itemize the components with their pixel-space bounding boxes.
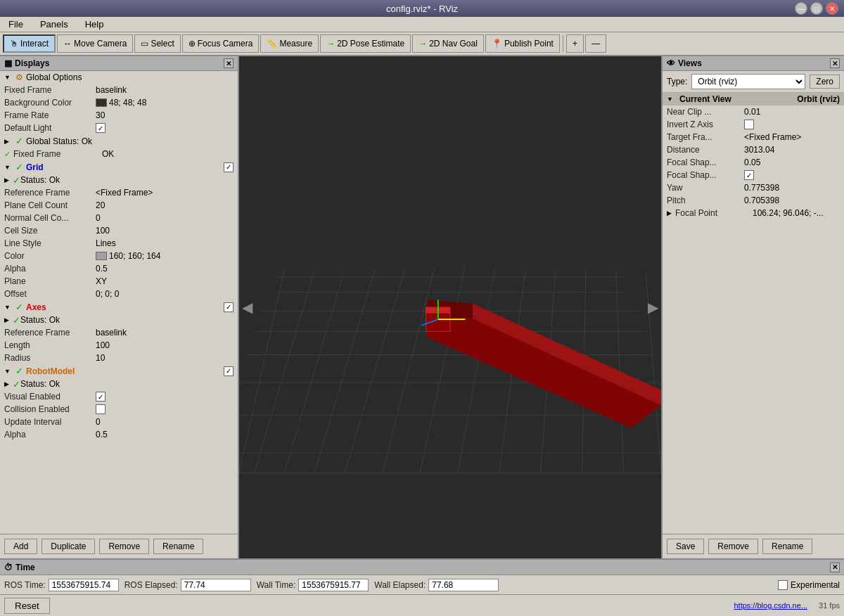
close-button[interactable]: ✕: [826, 2, 838, 15]
ros-time-field: ROS Time: 1553675915.74: [4, 579, 119, 591]
views-header: 👁 Views ✕: [663, 56, 844, 71]
experimental-checkbox[interactable]: [778, 580, 788, 590]
nav-goal-button[interactable]: → 2D Nav Goal: [412, 34, 484, 53]
maximize-button[interactable]: □: [810, 2, 823, 15]
remove-button[interactable]: Remove: [99, 539, 149, 554]
default-light-row[interactable]: Default Light: [0, 122, 238, 134]
global-options-header[interactable]: ▼ ⚙ Global Options: [0, 71, 238, 84]
publish-point-button[interactable]: 📍 Publish Point: [485, 34, 560, 53]
bg-color-val: 48; 48; 48: [109, 98, 146, 108]
displays-close-button[interactable]: ✕: [224, 58, 234, 68]
focus-camera-button[interactable]: ⊕ Focus Camera: [182, 34, 260, 53]
select-icon: ▭: [141, 39, 148, 49]
reset-button[interactable]: Reset: [4, 598, 50, 614]
robot-collision-row[interactable]: Collision Enabled: [0, 403, 238, 416]
grid-header[interactable]: ▼ ✓ Grid: [0, 160, 238, 174]
views-save-button[interactable]: Save: [667, 539, 704, 554]
frame-rate-row[interactable]: Frame Rate 30: [0, 109, 238, 122]
views-near-clip-row[interactable]: Near Clip ... 0.01: [663, 105, 844, 118]
blog-link[interactable]: https://blog.csdn.ne...: [734, 601, 807, 610]
robot-alpha-row[interactable]: Alpha 0.5: [0, 428, 238, 441]
axes-radius-row[interactable]: Radius 10: [0, 352, 238, 364]
rename-button[interactable]: Rename: [153, 539, 203, 554]
grid-ref-frame-row[interactable]: Reference Frame <Fixed Frame>: [0, 186, 238, 199]
views-rename-button[interactable]: Rename: [762, 539, 812, 554]
select-button[interactable]: ▭ Select: [134, 34, 180, 53]
views-invert-z-row[interactable]: Invert Z Axis: [663, 118, 844, 131]
time-close-button[interactable]: ✕: [830, 563, 840, 572]
views-focal-shape2-checkbox[interactable]: [744, 170, 754, 180]
menu-help[interactable]: Help: [82, 18, 107, 31]
measure-button[interactable]: 📏 Measure: [260, 34, 319, 53]
default-light-checkbox[interactable]: [96, 123, 106, 133]
grid-color-key: Color: [4, 251, 96, 261]
grid-normal-cell-row[interactable]: Normal Cell Co... 0: [0, 212, 238, 224]
viewport[interactable]: ◀ ▶: [239, 56, 661, 558]
minimize-button[interactable]: —: [795, 2, 807, 15]
views-focal-shape1-row[interactable]: Focal Shap... 0.05: [663, 156, 844, 169]
axes-ref-frame-key: Reference Frame: [4, 328, 96, 338]
displays-scroll[interactable]: ▼ ⚙ Global Options Fixed Frame baselink …: [0, 71, 238, 534]
robot-model-checkbox[interactable]: [224, 366, 234, 376]
views-distance-row[interactable]: Distance 3013.04: [663, 143, 844, 156]
global-status-label: Global Status: Ok: [26, 136, 92, 146]
ros-elapsed-value: 77.74: [181, 579, 251, 591]
views-focal-shape2-row[interactable]: Focal Shap...: [663, 169, 844, 181]
grid-offset-row[interactable]: Offset 0; 0; 0: [0, 288, 238, 300]
axes-length-row[interactable]: Length 100: [0, 339, 238, 352]
global-status-fixed-frame-row[interactable]: ✓ Fixed Frame OK: [0, 148, 238, 160]
robot-collision-checkbox[interactable]: [96, 404, 106, 414]
global-status-header[interactable]: ▶ ✓ Global Status: Ok: [0, 134, 238, 148]
ros-elapsed-label: ROS Elapsed:: [124, 580, 178, 590]
grid-line-style-key: Line Style: [4, 238, 96, 248]
views-invert-z-checkbox[interactable]: [744, 120, 754, 129]
menu-file[interactable]: File: [6, 18, 26, 31]
robot-update-row[interactable]: Update Interval 0: [0, 416, 238, 428]
bg-color-row[interactable]: Background Color 48; 48; 48: [0, 96, 238, 109]
pose-estimate-button[interactable]: → 2D Pose Estimate: [320, 34, 411, 53]
minus-button[interactable]: —: [585, 34, 606, 53]
axes-checkbox[interactable]: [224, 302, 234, 312]
grid-status-row[interactable]: ▶ ✓ Status: Ok: [0, 174, 238, 186]
views-target-frame-key: Target Fra...: [667, 132, 744, 142]
fixed-frame-key: Fixed Frame: [4, 85, 96, 95]
menu-panels[interactable]: Panels: [37, 18, 71, 31]
grid-cell-size-row[interactable]: Cell Size 100: [0, 224, 238, 237]
grid-alpha-key: Alpha: [4, 264, 96, 274]
views-type-select[interactable]: Orbit (rviz): [691, 74, 805, 89]
move-camera-button[interactable]: ↔ Move Camera: [57, 34, 133, 53]
duplicate-button[interactable]: Duplicate: [41, 539, 95, 554]
grid-color-row[interactable]: Color 160; 160; 164: [0, 250, 238, 262]
add-button[interactable]: Add: [4, 539, 37, 554]
views-close-button[interactable]: ✕: [830, 58, 840, 68]
views-zero-button[interactable]: Zero: [810, 75, 840, 89]
publish-point-icon: 📍: [492, 39, 502, 49]
grid-alpha-row[interactable]: Alpha 0.5: [0, 262, 238, 275]
viewport-arrow-right[interactable]: ▶: [648, 299, 658, 316]
axes-ref-frame-row[interactable]: Reference Frame baselink: [0, 326, 238, 339]
robot-visual-row[interactable]: Visual Enabled: [0, 390, 238, 403]
views-focal-point-row[interactable]: ▶ Focal Point 106.24; 96.046; -...: [663, 207, 844, 219]
axes-status-row[interactable]: ▶ ✓ Status: Ok: [0, 314, 238, 326]
axes-header[interactable]: ▼ ✓ Axes: [0, 300, 238, 314]
grid-plane-cell-row[interactable]: Plane Cell Count 20: [0, 199, 238, 212]
views-yaw-row[interactable]: Yaw 0.775398: [663, 181, 844, 194]
viewport-arrow-left[interactable]: ◀: [242, 299, 252, 316]
views-current-header[interactable]: ▼ Current View Orbit (rviz): [663, 93, 844, 105]
ros-elapsed-field: ROS Elapsed: 77.74: [124, 579, 251, 591]
views-pitch-row[interactable]: Pitch 0.705398: [663, 194, 844, 207]
grid-line-style-row[interactable]: Line Style Lines: [0, 237, 238, 250]
plus-button[interactable]: +: [566, 34, 584, 53]
interact-button[interactable]: 🖱 Interact: [3, 34, 56, 53]
views-remove-button[interactable]: Remove: [708, 539, 758, 554]
robot-status-row[interactable]: ▶ ✓ Status: Ok: [0, 378, 238, 390]
grid-checkbox[interactable]: [224, 162, 234, 172]
grid-ref-frame-val: <Fixed Frame>: [96, 188, 153, 198]
grid-cell-size-val: 100: [96, 226, 110, 236]
views-target-frame-row[interactable]: Target Fra... <Fixed Frame>: [663, 131, 844, 143]
robot-model-header[interactable]: ▼ ✓ RobotModel: [0, 364, 238, 378]
grid-plane-row[interactable]: Plane XY: [0, 275, 238, 288]
grid-status-check: ✓: [13, 175, 20, 186]
fixed-frame-row[interactable]: Fixed Frame baselink: [0, 84, 238, 96]
robot-visual-checkbox[interactable]: [96, 392, 106, 402]
